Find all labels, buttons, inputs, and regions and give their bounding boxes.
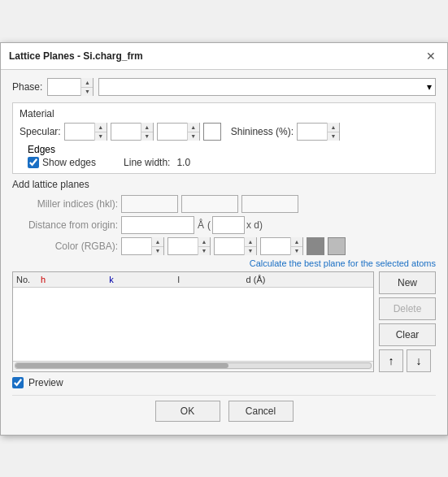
color-b-input[interactable]: 0 — [215, 238, 244, 254]
down-button[interactable]: ↓ — [407, 349, 431, 372]
phase-label: Phase: — [12, 81, 42, 93]
color-b-up[interactable]: ▲ — [245, 237, 256, 246]
specular-label: Specular: — [20, 126, 61, 137]
specular-g-down[interactable]: ▼ — [141, 132, 153, 141]
color-b-spinbox[interactable]: 0 ▲ ▼ — [214, 237, 257, 255]
distance-unit: Å — [198, 219, 204, 231]
shininess-up[interactable]: ▲ — [328, 123, 339, 132]
xd-open: ( — [207, 219, 211, 231]
miller-label: Miller indices (hkl): — [12, 198, 118, 210]
color-a-up[interactable]: ▲ — [291, 237, 302, 246]
color-r-up[interactable]: ▲ — [152, 237, 163, 246]
cancel-button[interactable]: Cancel — [228, 401, 294, 422]
dialog-window: Lattice Planes - Si.charg_frm ✕ Phase: 1… — [0, 42, 448, 436]
material-section: Material Specular: 255 ▲ ▼ 255 ▲ ▼ — [12, 102, 436, 174]
color-swatch-2 — [328, 237, 346, 255]
table-body — [13, 288, 373, 361]
color-b-spin-btns: ▲ ▼ — [244, 237, 256, 255]
preview-checkbox[interactable] — [12, 377, 24, 388]
specular-r-up[interactable]: ▲ — [95, 123, 107, 132]
dialog-title: Lattice Planes - Si.charg_frm — [9, 50, 143, 62]
color-g-down[interactable]: ▼ — [198, 246, 210, 255]
line-width-value: 1.0 — [176, 157, 190, 168]
delete-button[interactable]: Delete — [379, 297, 436, 320]
specular-b-down[interactable]: ▼ — [188, 132, 199, 141]
specular-b-up[interactable]: ▲ — [188, 123, 199, 132]
phase-row: Phase: 1 ▲ ▼ ▾ — [12, 78, 436, 96]
phase-dropdown[interactable]: ▾ — [98, 78, 436, 96]
xd-input[interactable]: 1 — [212, 216, 245, 234]
calc-best-plane-link[interactable]: Calculate the best plane for the selecte… — [12, 258, 436, 268]
miller-k-input[interactable]: 0 — [181, 195, 238, 213]
color-a-down[interactable]: ▼ — [291, 246, 302, 255]
specular-g-up[interactable]: ▲ — [141, 123, 153, 132]
specular-r-down[interactable]: ▼ — [95, 132, 107, 141]
up-button[interactable]: ↑ — [379, 349, 403, 372]
preview-label: Preview — [28, 377, 63, 388]
color-r-input[interactable]: 255 — [122, 238, 151, 254]
shininess-spinbox[interactable]: 100 ▲ ▼ — [297, 123, 340, 141]
show-edges-checkbox[interactable] — [28, 157, 39, 168]
specular-g-input[interactable]: 255 — [111, 124, 141, 140]
color-g-up[interactable]: ▲ — [198, 237, 210, 246]
side-buttons-panel: New Delete Clear ↑ ↓ — [379, 271, 436, 372]
distance-input[interactable]: 3.10269 — [121, 216, 194, 234]
xd-close: x d) — [246, 219, 263, 231]
color-r-spinbox[interactable]: 255 ▲ ▼ — [121, 237, 164, 255]
shininess-down[interactable]: ▼ — [328, 132, 339, 141]
phase-spin-down[interactable]: ▼ — [81, 87, 93, 96]
color-g-spin-btns: ▲ ▼ — [198, 237, 210, 255]
close-button[interactable]: ✕ — [423, 48, 439, 64]
miller-l-input[interactable]: 0 — [241, 195, 298, 213]
table-header: No. h k l d (Å) — [13, 272, 373, 288]
table-header-no: No. — [13, 275, 37, 284]
phase-spinbox[interactable]: 1 ▲ ▼ — [47, 78, 94, 96]
color-a-spinbox[interactable]: 192 ▲ ▼ — [260, 237, 303, 255]
color-label: Color (RGBA): — [12, 241, 118, 252]
scrollbar-thumb — [15, 363, 228, 368]
table-section: No. h k l d (Å) New Delete — [12, 271, 436, 372]
specular-b-input[interactable]: 255 — [158, 124, 187, 140]
table-header-l: l — [174, 275, 242, 284]
specular-b-spin-buttons: ▲ ▼ — [187, 123, 199, 141]
add-lattice-title: Add lattice planes — [12, 179, 436, 190]
preview-row: Preview — [12, 377, 436, 388]
miller-row: Miller indices (hkl): 1 0 0 — [12, 195, 436, 213]
color-swatch-1 — [307, 237, 324, 255]
table-header-d: d (Å) — [243, 275, 373, 284]
specular-r-spinbox[interactable]: 255 ▲ ▼ — [64, 123, 107, 141]
color-g-input[interactable]: 0 — [168, 238, 198, 254]
specular-b-spinbox[interactable]: 255 ▲ ▼ — [157, 123, 200, 141]
table-header-h: h — [37, 275, 106, 284]
scrollbar-track — [15, 362, 372, 369]
arrow-row: ↑ ↓ — [379, 349, 436, 372]
specular-color-swatch — [203, 123, 221, 141]
show-edges-label: Show edges — [42, 157, 96, 168]
title-bar: Lattice Planes - Si.charg_frm ✕ — [1, 43, 447, 70]
dialog-content: Phase: 1 ▲ ▼ ▾ Material Specular: 255 — [1, 70, 447, 435]
scrollbar[interactable] — [13, 361, 373, 371]
phase-input[interactable]: 1 — [48, 79, 80, 95]
clear-button[interactable]: Clear — [379, 323, 436, 346]
miller-h-input[interactable]: 1 — [121, 195, 178, 213]
new-button[interactable]: New — [379, 271, 436, 294]
color-a-input[interactable]: 192 — [261, 238, 290, 254]
ok-button[interactable]: OK — [155, 401, 220, 422]
color-b-down[interactable]: ▼ — [245, 246, 256, 255]
edges-section: Edges Show edges Line width: 1.0 — [28, 144, 428, 168]
xd-box: ( 1 x d) — [207, 216, 263, 234]
table-header-k: k — [106, 275, 174, 284]
shininess-spin-buttons: ▲ ▼ — [327, 123, 339, 141]
edges-title: Edges — [28, 144, 428, 155]
shininess-input[interactable]: 100 — [298, 124, 327, 140]
phase-spin-up[interactable]: ▲ — [81, 78, 93, 87]
color-r-spin-btns: ▲ ▼ — [151, 237, 163, 255]
color-r-down[interactable]: ▼ — [152, 246, 163, 255]
color-row: Color (RGBA): 255 ▲ ▼ 0 ▲ ▼ 0 — [12, 237, 436, 255]
distance-row: Distance from origin: 3.10269 Å ( 1 x d) — [12, 216, 436, 234]
specular-r-spin-buttons: ▲ ▼ — [94, 123, 107, 141]
color-g-spinbox[interactable]: 0 ▲ ▼ — [167, 237, 211, 255]
shininess-label: Shininess (%): — [231, 126, 294, 137]
specular-r-input[interactable]: 255 — [65, 124, 94, 140]
specular-g-spinbox[interactable]: 255 ▲ ▼ — [111, 123, 154, 141]
